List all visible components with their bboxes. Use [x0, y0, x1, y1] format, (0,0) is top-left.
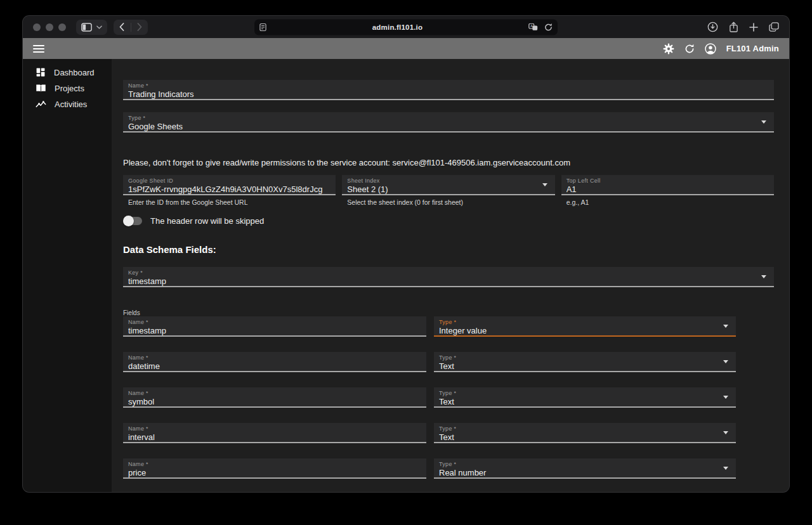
translate-icon[interactable]: A — [528, 23, 538, 31]
field-type-select[interactable]: Type * Real number — [434, 458, 736, 479]
sidebar-item-label: Activities — [55, 100, 87, 109]
field-name-input[interactable]: Name * timestamp — [123, 316, 426, 337]
type-label: Type * — [128, 115, 768, 121]
type-select[interactable]: Type * Google Sheets — [123, 112, 774, 133]
tab-overview-icon[interactable] — [769, 22, 779, 32]
refresh-icon[interactable] — [684, 44, 695, 54]
sidebar-nav: Dashboard Projects Activities — [23, 59, 112, 492]
sheet-id-label: Google Sheet ID — [128, 178, 329, 184]
schema-field-row: Name * price Type * Real number — [123, 458, 774, 479]
book-icon — [36, 84, 46, 93]
zoom-window-button[interactable] — [58, 23, 66, 31]
url-text[interactable]: admin.fl101.io — [266, 23, 528, 31]
sheet-index-label: Sheet Index — [347, 178, 548, 184]
field-name-input[interactable]: Name * price — [123, 458, 426, 479]
dropdown-arrow-icon — [723, 325, 728, 328]
key-value: timestamp — [128, 276, 768, 287]
field-name-input[interactable]: Name * interval — [123, 423, 426, 443]
sidebar-item-label: Dashboard — [54, 68, 95, 77]
dropdown-arrow-icon — [723, 431, 728, 434]
schema-field-row: Name * timestamp Type * Integer value — [123, 316, 774, 337]
field-type-select[interactable]: Type * Text — [434, 423, 736, 443]
field-name-input[interactable]: Name * symbol — [123, 387, 426, 408]
activity-chart-icon — [36, 100, 46, 108]
downloads-icon[interactable] — [707, 22, 718, 32]
type-value: Google Sheets — [128, 122, 768, 132]
top-left-cell-helper: e.g., A1 — [561, 198, 774, 206]
key-label: Key * — [128, 269, 768, 276]
main-content: Name * Trading Indicators Type * Google … — [112, 59, 789, 492]
top-left-cell-label: Top Left Cell — [566, 178, 768, 184]
header-row-toggle-label: The header row will be skipped — [150, 216, 264, 226]
google-sheet-id-input[interactable]: Google Sheet ID 1sPfZwK-rrvngpg4kLGzZ4h9… — [123, 175, 336, 195]
share-icon[interactable] — [729, 22, 738, 32]
browser-window: admin.fl101.io A — [23, 16, 789, 492]
field-type-select[interactable]: Type * Text — [434, 387, 736, 408]
field-name-input[interactable]: Name * datetime — [123, 352, 426, 372]
sheet-id-value: 1sPfZwK-rrvngpg4kLGzZ4h9iA3V0HN0Xv7s5l8d… — [128, 185, 329, 195]
sidebar-item-projects[interactable]: Projects — [23, 81, 112, 96]
dashboard-icon — [36, 67, 46, 77]
header-row-toggle[interactable] — [124, 217, 142, 225]
close-window-button[interactable] — [33, 23, 41, 31]
toolbar-right-icons — [707, 22, 779, 32]
sidebar-item-dashboard[interactable]: Dashboard — [23, 64, 112, 81]
field-type-select[interactable]: Type * Text — [434, 352, 736, 372]
window-controls — [33, 23, 66, 31]
forward-button[interactable] — [131, 20, 148, 35]
reload-icon[interactable] — [544, 23, 553, 31]
navigation-buttons — [114, 20, 148, 35]
name-input[interactable]: Name * Trading Indicators — [123, 80, 774, 100]
reader-icon[interactable] — [259, 23, 266, 31]
minimize-window-button[interactable] — [46, 23, 53, 31]
dropdown-arrow-icon — [542, 183, 547, 186]
svg-text:A: A — [530, 24, 533, 28]
dropdown-arrow-icon — [723, 360, 728, 363]
toggle-thumb — [123, 216, 134, 226]
sheet-index-helper: Select the sheet index (0 for first shee… — [342, 198, 554, 206]
new-tab-icon[interactable] — [749, 23, 758, 32]
schema-heading: Data Schema Fields: — [123, 244, 774, 255]
sheet-index-value: Sheet 2 (1) — [347, 185, 548, 195]
name-value: Trading Indicators — [128, 89, 768, 100]
sidebar-item-activities[interactable]: Activities — [23, 96, 112, 112]
field-type-select[interactable]: Type * Integer value — [434, 316, 736, 337]
service-account-note: Please, don't forget to give read/write … — [123, 158, 774, 167]
fields-section-label: Fields — [123, 309, 774, 316]
chevron-down-icon — [96, 25, 102, 29]
sheet-id-helper: Enter the ID from the Google Sheet URL — [123, 198, 336, 206]
app-header: FL101 Admin — [23, 38, 789, 59]
schema-field-row: Name * interval Type * Text — [123, 423, 774, 443]
top-left-cell-value: A1 — [566, 185, 768, 195]
sheet-index-select[interactable]: Sheet Index Sheet 2 (1) — [342, 175, 554, 195]
sidebar-toggle-icon — [81, 23, 92, 32]
back-button[interactable] — [114, 20, 131, 35]
schema-field-row: Name * datetime Type * Text — [123, 352, 774, 372]
browser-toolbar: admin.fl101.io A — [23, 16, 789, 38]
dropdown-arrow-icon — [761, 120, 766, 124]
key-select[interactable]: Key * timestamp — [123, 267, 774, 287]
sidebar-item-label: Projects — [55, 84, 84, 93]
dropdown-arrow-icon — [723, 467, 728, 470]
user-name-label: FL101 Admin — [726, 44, 779, 53]
dropdown-arrow-icon — [723, 396, 728, 399]
account-circle-icon[interactable] — [705, 43, 716, 55]
menu-icon[interactable] — [33, 45, 44, 53]
top-left-cell-input[interactable]: Top Left Cell A1 — [561, 175, 774, 195]
dropdown-arrow-icon — [761, 275, 766, 278]
name-label: Name * — [128, 82, 768, 89]
address-bar[interactable]: admin.fl101.io A — [254, 19, 558, 35]
sidebar-toggle-button[interactable] — [76, 20, 107, 35]
settings-gear-icon[interactable] — [663, 43, 674, 55]
schema-field-row: Name * symbol Type * Text — [123, 387, 774, 408]
